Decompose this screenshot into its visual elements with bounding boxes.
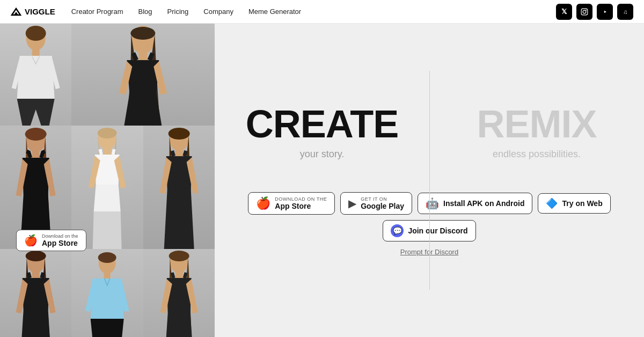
nav-pricing[interactable]: Pricing — [167, 8, 189, 16]
svg-rect-14 — [32, 150, 40, 158]
svg-rect-17 — [104, 148, 111, 155]
googleplay-button[interactable]: ▶ GET IT ON Google Play — [340, 192, 412, 215]
appstore-top: Download on the — [275, 196, 327, 202]
nav-creator-program[interactable]: Creator Program — [71, 8, 123, 16]
appstore-overlay-button[interactable]: 🍎 Download on the App Store — [16, 230, 86, 251]
model-cell-5 — [143, 126, 215, 249]
create-subtitle: your story. — [215, 149, 429, 160]
logo-text: VIGGLE — [25, 7, 55, 16]
svg-marker-5 — [604, 10, 606, 13]
twitter-icon[interactable]: 𝕏 — [556, 4, 572, 20]
svg-point-22 — [26, 251, 46, 261]
web-icon: 🔷 — [546, 197, 558, 209]
nav-meme-generator[interactable]: Meme Generator — [248, 8, 301, 16]
android-label: Install APK on Android — [443, 199, 524, 208]
svg-point-3 — [583, 10, 586, 13]
model-cell-2 — [71, 24, 215, 126]
apple-icon: 🍎 — [256, 196, 270, 210]
social-links: 𝕏 ♫ — [556, 4, 633, 20]
model-cell-6 — [0, 249, 71, 337]
navbar: VIGGLE Creator Program Blog Pricing Comp… — [0, 0, 644, 24]
googleplay-icon: ▶ — [348, 197, 356, 210]
svg-rect-26 — [104, 272, 111, 279]
remix-section: REMIX endless possibilities. — [429, 105, 644, 160]
youtube-icon[interactable] — [597, 4, 613, 20]
image-grid-panel: 🍎 Download on the App Store — [0, 24, 215, 337]
nav-links: Creator Program Blog Pricing Company Mem… — [71, 8, 556, 16]
discord-icon: 💬 — [391, 224, 404, 237]
web-label: Try on Web — [562, 199, 602, 208]
svg-rect-20 — [175, 149, 182, 156]
svg-point-19 — [168, 128, 189, 140]
model-cell-8 — [143, 249, 215, 337]
svg-point-16 — [98, 128, 117, 138]
svg-point-13 — [25, 128, 47, 141]
appstore-button[interactable]: 🍎 Download on the App Store — [248, 192, 335, 215]
googleplay-label: Google Play — [361, 202, 404, 210]
tiktok-icon[interactable]: ♫ — [617, 4, 633, 20]
hero-panel: CREATE your story. REMIX endless possibi… — [215, 24, 644, 337]
svg-point-10 — [131, 27, 156, 40]
apple-icon: 🍎 — [24, 234, 38, 247]
instagram-icon[interactable] — [576, 4, 592, 20]
vertical-divider — [429, 71, 430, 290]
svg-rect-29 — [175, 271, 182, 278]
appstore-label: App Store — [275, 202, 327, 210]
svg-rect-11 — [139, 52, 148, 60]
googleplay-top: GET IT ON — [361, 196, 404, 202]
svg-rect-8 — [32, 48, 40, 56]
create-title: CREATE — [215, 105, 429, 143]
svg-rect-23 — [32, 271, 40, 278]
svg-point-4 — [586, 9, 587, 10]
svg-marker-1 — [14, 12, 18, 15]
web-button[interactable]: 🔷 Try on Web — [538, 193, 610, 214]
svg-point-28 — [169, 251, 189, 261]
main-content: 🍎 Download on the App Store CREATE your … — [0, 0, 644, 337]
svg-rect-2 — [581, 9, 588, 15]
logo[interactable]: VIGGLE — [11, 6, 55, 17]
remix-subtitle: endless possibilities. — [429, 149, 644, 160]
appstore-main-label: App Store — [42, 239, 78, 247]
svg-point-25 — [98, 252, 116, 263]
svg-point-7 — [26, 26, 46, 41]
remix-title: REMIX — [429, 105, 644, 143]
model-grid — [0, 24, 215, 337]
nav-company[interactable]: Company — [203, 8, 233, 16]
nav-blog[interactable]: Blog — [138, 8, 152, 16]
android-apk-button[interactable]: 🤖 Install APK on Android — [418, 193, 532, 214]
appstore-top-label: Download on the — [42, 233, 78, 239]
model-cell-1 — [0, 24, 71, 126]
viggle-logo-icon — [11, 6, 21, 17]
discord-label: Join our Discord — [408, 226, 467, 235]
android-icon: 🤖 — [426, 197, 439, 210]
create-section: CREATE your story. — [215, 105, 429, 160]
model-cell-7 — [71, 249, 143, 337]
